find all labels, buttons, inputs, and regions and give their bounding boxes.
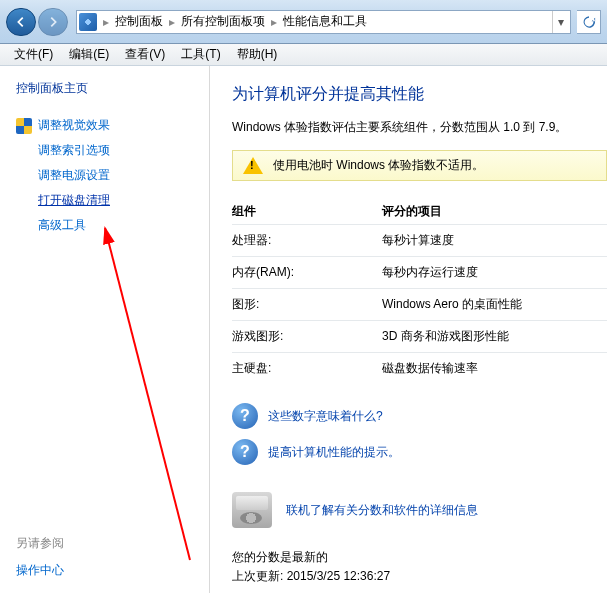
sidebar-link-label: 调整电源设置 [38, 167, 110, 184]
cell-component: 游戏图形: [232, 328, 382, 345]
software-disk-icon [232, 492, 272, 528]
spacer-icon [16, 143, 32, 159]
sidebar: 控制面板主页 调整视觉效果 调整索引选项 调整电源设置 打开磁盘清理 高级工具 [0, 66, 210, 593]
question-icon: ? [232, 403, 258, 429]
help-row: ? 提高计算机性能的提示。 [232, 434, 607, 470]
spacer-icon [16, 193, 32, 209]
cell-rated: 每秒内存运行速度 [382, 264, 607, 281]
menu-edit[interactable]: 编辑(E) [61, 44, 117, 65]
cell-rated: 磁盘数据传输速率 [382, 360, 607, 377]
score-status: 您的分数是最新的 [232, 548, 607, 567]
sidebar-link-visual-effects[interactable]: 调整视觉效果 [16, 113, 193, 138]
sidebar-links: 调整视觉效果 调整索引选项 调整电源设置 打开磁盘清理 高级工具 [16, 113, 193, 238]
spacer-icon [16, 218, 32, 234]
nav-buttons [6, 8, 70, 36]
address-dropdown[interactable]: ▾ [552, 11, 568, 33]
info-row: 联机了解有关分数和软件的详细信息 [232, 492, 607, 528]
address-bar[interactable]: ▸ 控制面板 ▸ 所有控制面板项 ▸ 性能信息和工具 ▾ [76, 10, 571, 34]
cell-rated: 3D 商务和游戏图形性能 [382, 328, 607, 345]
cell-component: 处理器: [232, 232, 382, 249]
sidebar-heading[interactable]: 控制面板主页 [16, 80, 193, 97]
chevron-right-icon[interactable]: ▸ [269, 15, 279, 29]
content-area: 控制面板主页 调整视觉效果 调整索引选项 调整电源设置 打开磁盘清理 高级工具 [0, 66, 607, 593]
menu-help[interactable]: 帮助(H) [229, 44, 286, 65]
sidebar-link-label: 调整索引选项 [38, 142, 110, 159]
sidebar-link-power[interactable]: 调整电源设置 [16, 163, 193, 188]
status-block: 您的分数是最新的 上次更新: 2015/3/25 12:36:27 [232, 548, 607, 586]
table-row: 处理器: 每秒计算速度 [232, 224, 607, 256]
chevron-right-icon[interactable]: ▸ [101, 15, 111, 29]
sidebar-link-disk-cleanup[interactable]: 打开磁盘清理 [16, 188, 193, 213]
table-row: 图形: Windows Aero 的桌面性能 [232, 288, 607, 320]
cell-component: 内存(RAM): [232, 264, 382, 281]
sidebar-link-advanced-tools[interactable]: 高级工具 [16, 213, 193, 238]
battery-alert: 使用电池时 Windows 体验指数不适用。 [232, 150, 607, 181]
component-table: 组件 评分的项目 处理器: 每秒计算速度 内存(RAM): 每秒内存运行速度 图… [232, 199, 607, 384]
sidebar-link-indexing[interactable]: 调整索引选项 [16, 138, 193, 163]
control-panel-icon [79, 13, 97, 31]
cell-component: 主硬盘: [232, 360, 382, 377]
help-row: ? 这些数字意味着什么? [232, 398, 607, 434]
spacer-icon [16, 168, 32, 184]
sidebar-link-label: 调整视觉效果 [38, 117, 110, 134]
action-center-link[interactable]: 操作中心 [16, 562, 193, 579]
help-link-tips[interactable]: 提高计算机性能的提示。 [268, 444, 400, 461]
breadcrumb-item[interactable]: 控制面板 [111, 13, 167, 30]
cell-component: 图形: [232, 296, 382, 313]
question-icon: ? [232, 439, 258, 465]
warning-icon [243, 157, 263, 174]
col-rated-item: 评分的项目 [382, 203, 607, 220]
last-update: 上次更新: 2015/3/25 12:36:27 [232, 567, 607, 586]
menu-file[interactable]: 文件(F) [6, 44, 61, 65]
help-link-meaning[interactable]: 这些数字意味着什么? [268, 408, 383, 425]
menubar: 文件(F) 编辑(E) 查看(V) 工具(T) 帮助(H) [0, 44, 607, 66]
breadcrumb-item[interactable]: 性能信息和工具 [279, 13, 371, 30]
breadcrumb-item[interactable]: 所有控制面板项 [177, 13, 269, 30]
help-links: ? 这些数字意味着什么? ? 提高计算机性能的提示。 [232, 398, 607, 470]
sidebar-bottom: 另请参阅 操作中心 [16, 535, 193, 579]
table-row: 主硬盘: 磁盘数据传输速率 [232, 352, 607, 384]
back-button[interactable] [6, 8, 36, 36]
see-also-heading: 另请参阅 [16, 535, 193, 552]
cell-rated: 每秒计算速度 [382, 232, 607, 249]
sidebar-link-label: 高级工具 [38, 217, 86, 234]
alert-text: 使用电池时 Windows 体验指数不适用。 [273, 157, 484, 174]
online-info-link[interactable]: 联机了解有关分数和软件的详细信息 [286, 502, 478, 519]
page-description: Windows 体验指数评估主要系统组件，分数范围从 1.0 到 7.9。 [232, 119, 607, 136]
table-row: 游戏图形: 3D 商务和游戏图形性能 [232, 320, 607, 352]
table-header: 组件 评分的项目 [232, 199, 607, 224]
main-panel: 为计算机评分并提高其性能 Windows 体验指数评估主要系统组件，分数范围从 … [210, 66, 607, 593]
chevron-right-icon[interactable]: ▸ [167, 15, 177, 29]
cell-rated: Windows Aero 的桌面性能 [382, 296, 607, 313]
table-row: 内存(RAM): 每秒内存运行速度 [232, 256, 607, 288]
shield-icon [16, 118, 32, 134]
menu-view[interactable]: 查看(V) [117, 44, 173, 65]
page-title: 为计算机评分并提高其性能 [232, 84, 607, 105]
forward-button[interactable] [38, 8, 68, 36]
menu-tools[interactable]: 工具(T) [173, 44, 228, 65]
titlebar: ▸ 控制面板 ▸ 所有控制面板项 ▸ 性能信息和工具 ▾ [0, 0, 607, 44]
sidebar-link-label: 打开磁盘清理 [38, 192, 110, 209]
col-component: 组件 [232, 203, 382, 220]
refresh-button[interactable] [577, 10, 601, 34]
